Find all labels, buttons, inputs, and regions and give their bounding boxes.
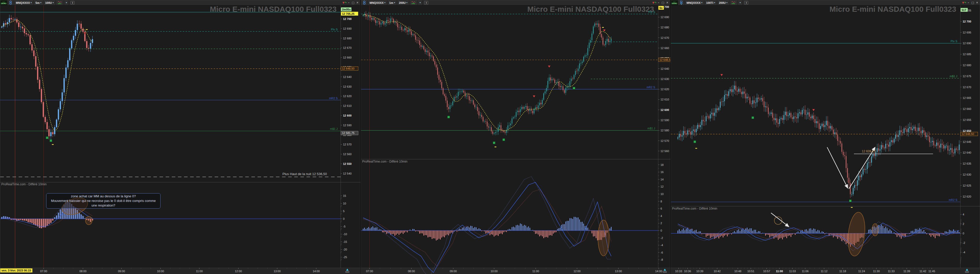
chart-type-icon [411,1,416,4]
units-select[interactable]: 200U▾ [397,0,409,5]
units-select[interactable]: 100U▾ [43,0,56,5]
flag-marker [86,29,88,30]
window-titlebar: ▪▪▪DEMO MNQXXXX▾ 5m▾ 100U▾ ▾ i ▼↷ – □ ✕ [0,0,360,5]
instrument-select[interactable]: MNQXXXX▾ [368,0,387,5]
svg-text:mR2 S: mR2 S [646,86,655,89]
svg-text:-4: -4 [963,251,965,254]
svg-text:10:39: 10:39 [696,270,703,273]
axis-tag: 12 648,50 [961,132,978,136]
svg-text:12 705,25: 12 705,25 [342,12,355,15]
minimize-button[interactable]: – [657,1,660,4]
drawing-annotations[interactable] [598,220,609,256]
link-icon[interactable] [361,0,368,5]
svg-text:mR2 S: mR2 S [329,97,338,100]
instrument-select[interactable]: MNQXXXX▾ [685,0,704,5]
svg-text:12 620: 12 620 [343,95,352,98]
price-axis[interactable]: 12 56012 57012 58012 59012 60012 61012 6… [658,5,669,264]
minimize-button[interactable]: – [347,1,351,4]
refresh-icon[interactable]: ▼↷ [962,1,966,4]
axis-tag: 6s [659,6,664,10]
svg-text:18: 18 [660,163,663,167]
link-icon[interactable] [7,0,14,5]
svg-text:12 665: 12 665 [963,96,971,99]
sell-marker [84,32,86,34]
svg-text:51T: 51T [962,8,966,11]
night-high-label: Plus Haut de la nuit 12 536,50 [283,172,327,176]
chart-type-button[interactable] [729,0,738,5]
axis-tag: 12 648,50 [341,67,358,71]
flag-marker [602,27,604,28]
refresh-icon[interactable]: ▼↷ [342,1,346,4]
chart-canvas[interactable]: PIv Sm$1 JmR2 S12 62012 62512 63012 6351… [671,0,980,274]
close-button[interactable]: ✕ [975,1,979,4]
units-select[interactable]: 200U▾ [717,0,729,5]
svg-text:PIv S: PIv S [649,10,655,14]
chevron-down-icon: ▾ [740,2,741,4]
minimize-button[interactable]: – [966,1,970,4]
provider-watermark: ProRealTime.com - Différé 10min [1,183,46,186]
buy-marker [50,139,52,142]
svg-text:12 680: 12 680 [963,64,971,67]
svg-text:10: 10 [343,202,346,205]
svg-text:12 581,75: 12 581,75 [342,131,355,135]
price-axis[interactable]: 12 62012 62512 63012 63512 64012 64512 6… [960,9,971,264]
timeframe-select[interactable]: 5m▾ [34,0,43,5]
instrument-select[interactable]: MNQXXXX▾ [14,0,34,5]
svg-text:09:00: 09:00 [450,270,457,273]
svg-text:12 648,50: 12 648,50 [342,67,355,70]
window-controls: ▼↷ – □ ✕ [962,0,980,5]
timeframe-select[interactable]: 1m▾ [387,0,397,5]
svg-text:13:00: 13:00 [274,270,281,273]
svg-text:12 590: 12 590 [660,119,669,122]
info-icon[interactable]: i [70,1,75,5]
svg-text:12 560: 12 560 [343,152,352,155]
svg-text:mR2 S: mR2 S [948,198,957,202]
chart-type-button[interactable] [409,0,418,5]
maximize-button[interactable]: □ [971,1,975,4]
svg-text:12 660: 12 660 [660,46,669,50]
maximize-button[interactable]: □ [661,1,665,4]
sell-marker [548,66,550,67]
sell-marker [812,109,815,111]
svg-text:11:42: 11:42 [920,270,926,273]
svg-text:11:30: 11:30 [873,270,880,273]
svg-text:12 660: 12 660 [963,107,971,111]
chart-window-3: PIv Sm$1 JmR2 S12 62012 62512 63012 6351… [671,0,980,274]
chevron-down-icon: ▾ [384,2,385,4]
chart-window-1: PIv SmR2 Sm$1 J12 54012 55012 56012 5701… [0,0,360,274]
demo-badge: ▪▪▪DEMO [0,0,7,5]
buy-marker [849,200,851,202]
ellipse-annotation [872,224,878,236]
link-icon[interactable] [678,0,685,5]
chart-type-chevron[interactable]: ▾ [738,0,743,5]
chart-canvas[interactable]: PIv SmR2 Sm$1 J12 54012 55012 56012 5701… [0,0,361,274]
svg-text:11:18: 11:18 [839,270,846,273]
svg-text:-2: -2 [660,236,663,239]
ellipse-annotation [598,220,609,256]
refresh-icon[interactable]: ▼↷ [652,1,656,4]
svg-text:12 610: 12 610 [343,104,352,107]
chart-canvas[interactable]: PIv SmR2 Sm$1 J12 56012 57012 58012 5901… [361,0,670,274]
svg-text:2m05s: 2m05s [342,8,351,11]
buy-marker [573,87,575,90]
info-icon[interactable]: i [424,1,428,5]
maximize-button[interactable]: □ [351,1,355,4]
timeframe-select[interactable]: 100Ti▾ [704,0,717,5]
chart-type-button[interactable] [56,0,64,5]
flag-marker [52,144,54,145]
close-button[interactable]: ✕ [665,1,669,4]
chevron-down-icon: ▾ [714,2,715,4]
svg-text:12 590: 12 590 [343,124,352,127]
chevron-down-icon: ▾ [40,2,41,4]
close-button[interactable]: ✕ [355,1,360,4]
svg-text:12 630: 12 630 [660,77,669,80]
chart-type-chevron[interactable]: ▾ [64,0,69,5]
chart-type-chevron[interactable]: ▾ [418,0,423,5]
price-axis[interactable]: 12 54012 55012 56012 57012 58012 59012 6… [341,18,352,261]
svg-text:12 685: 12 685 [963,53,971,56]
svg-text:10: 10 [660,192,663,195]
svg-text:12 570: 12 570 [660,139,669,143]
info-icon[interactable]: i [744,1,748,5]
svg-text:12 690: 12 690 [343,27,352,30]
annotation-note[interactable]: zone achat car MM au dessus de la ligne … [46,193,161,208]
